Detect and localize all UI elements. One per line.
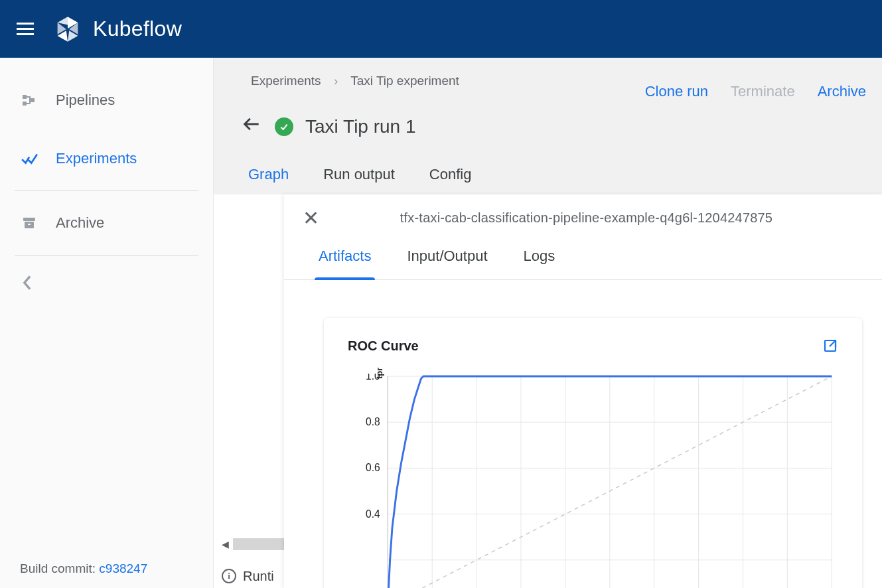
open-in-new-icon[interactable] xyxy=(822,338,838,354)
breadcrumb-leaf[interactable]: Taxi Tip experiment xyxy=(350,74,459,88)
scroll-left-icon[interactable]: ◀ xyxy=(222,539,229,550)
roc-curve-card: ROC Curve tpr 0.40.60.81.0 xyxy=(324,318,862,588)
node-detail-panel: ✕ tfx-taxi-cab-classification-pipeline-e… xyxy=(284,194,882,588)
graph-canvas: ◀ i Runti ✕ tfx-taxi-cab-classification-… xyxy=(214,194,882,588)
menu-icon[interactable] xyxy=(9,13,41,45)
svg-rect-8 xyxy=(23,102,27,106)
sidebar-item-label: Pipelines xyxy=(56,92,115,109)
sidebar-item-label: Experiments xyxy=(56,150,137,167)
card-title: ROC Curve xyxy=(348,338,419,354)
divider xyxy=(15,190,198,191)
panel-tab-io[interactable]: Input/Output xyxy=(407,241,487,279)
run-tabs: Graph Run output Config xyxy=(214,154,882,197)
tab-run-output[interactable]: Run output xyxy=(323,157,395,196)
archive-button[interactable]: Archive xyxy=(818,83,866,100)
chevron-right-icon: › xyxy=(334,74,338,88)
panel-tab-logs[interactable]: Logs xyxy=(524,241,555,279)
svg-text:0.6: 0.6 xyxy=(366,462,380,473)
info-icon: i xyxy=(222,569,236,583)
build-commit-label: Build commit: xyxy=(20,561,99,575)
sidebar-item-archive[interactable]: Archive xyxy=(0,203,213,243)
chart-ylabel: tpr xyxy=(374,368,384,379)
build-commit: Build commit: c938247 xyxy=(20,561,147,576)
main: Experiments › Taxi Tip experiment Clone … xyxy=(214,58,882,588)
breadcrumb: Experiments › Taxi Tip experiment xyxy=(251,71,459,88)
back-arrow-icon[interactable] xyxy=(239,115,263,138)
experiments-icon xyxy=(20,149,38,168)
brand: Kubeflow xyxy=(53,15,182,44)
roc-chart: tpr 0.40.60.81.0 xyxy=(348,374,838,588)
svg-rect-7 xyxy=(23,95,27,99)
terminate-button: Terminate xyxy=(731,83,795,100)
svg-rect-13 xyxy=(23,218,35,221)
svg-rect-9 xyxy=(31,98,35,102)
runtime-label: Runti xyxy=(243,569,274,584)
panel-tab-artifacts[interactable]: Artifacts xyxy=(319,241,371,279)
divider xyxy=(15,255,198,256)
run-title: Taxi Tip run 1 xyxy=(305,116,416,137)
svg-line-18 xyxy=(830,340,836,346)
svg-text:0.4: 0.4 xyxy=(366,508,380,519)
kubeflow-logo-icon xyxy=(53,15,82,44)
clone-run-button[interactable]: Clone run xyxy=(645,83,708,100)
app-bar: Kubeflow xyxy=(0,0,882,58)
sidebar-item-experiments[interactable]: Experiments xyxy=(0,139,213,179)
tab-graph[interactable]: Graph xyxy=(248,157,289,196)
run-actions: Clone run Terminate Archive xyxy=(645,71,866,100)
collapse-sidebar-button[interactable] xyxy=(0,275,213,293)
scrollbar-track[interactable] xyxy=(233,538,286,550)
sidebar: Pipelines Experiments Archive Build comm… xyxy=(0,58,214,588)
sidebar-item-label: Archive xyxy=(56,214,104,232)
close-icon[interactable]: ✕ xyxy=(303,206,323,230)
sidebar-item-pipelines[interactable]: Pipelines xyxy=(0,80,213,120)
brand-name: Kubeflow xyxy=(93,17,182,41)
status-success-icon xyxy=(275,117,293,136)
svg-text:0.8: 0.8 xyxy=(366,416,380,427)
svg-rect-11 xyxy=(27,103,29,104)
archive-icon xyxy=(20,214,38,232)
breadcrumb-root[interactable]: Experiments xyxy=(251,74,321,88)
pipelines-icon xyxy=(20,91,38,110)
build-commit-link[interactable]: c938247 xyxy=(99,561,147,575)
svg-rect-12 xyxy=(29,98,31,104)
panel-title: tfx-taxi-cab-classification-pipeline-exa… xyxy=(336,210,863,226)
tab-config[interactable]: Config xyxy=(429,157,472,196)
svg-rect-15 xyxy=(28,224,31,225)
panel-tabs: Artifacts Input/Output Logs xyxy=(284,241,882,280)
svg-marker-2 xyxy=(58,17,68,25)
svg-rect-10 xyxy=(27,96,31,98)
